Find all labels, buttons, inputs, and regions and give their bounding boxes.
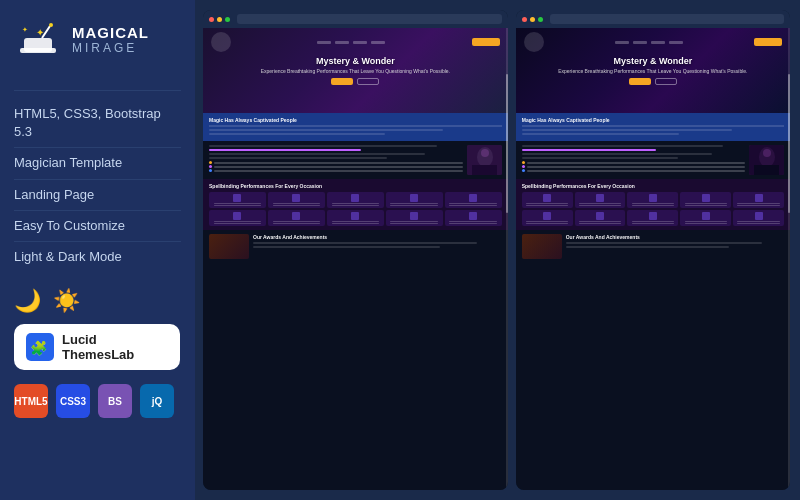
st2-line-20 <box>737 223 779 224</box>
text-line-2 <box>209 133 385 135</box>
svg-rect-10 <box>472 165 497 175</box>
service-icon-5 <box>469 194 477 202</box>
accent-line-2 <box>522 149 656 151</box>
st2-line-14 <box>579 223 621 224</box>
service-card-3 <box>327 192 384 208</box>
nav-link-6 <box>633 41 647 44</box>
ct-line-3 <box>209 157 387 159</box>
dark-mode-icon[interactable]: 🌙 <box>14 288 41 314</box>
nav-link-5 <box>615 41 629 44</box>
awards-title-1: Our Awards And Achievements <box>253 234 502 240</box>
st2-line-1 <box>526 203 568 204</box>
service-card-15 <box>733 192 784 208</box>
hero-section-2: Mystery & Wonder Experience Breathtaking… <box>516 28 790 113</box>
service-icon-7 <box>292 212 300 220</box>
section-line-1 <box>209 125 502 127</box>
dot-list-2 <box>522 161 745 172</box>
awards-section-2: Our Awards And Achievements <box>516 230 790 263</box>
svg-point-15 <box>763 149 771 157</box>
st-line-15 <box>332 221 380 222</box>
hero-buttons-1 <box>331 78 379 85</box>
jquery-badge: jQ <box>140 384 174 418</box>
service-card-17 <box>575 210 626 226</box>
blue-section-2: Magic Has Always Captivated People <box>516 113 790 141</box>
url-bar-2 <box>550 14 784 24</box>
service-icon-8 <box>351 212 359 220</box>
ct2-line-2 <box>522 153 712 155</box>
hero-secondary-btn-1 <box>357 78 379 85</box>
main-content: Mystery & Wonder Experience Breathtaking… <box>195 0 800 500</box>
st-line-8 <box>390 205 438 206</box>
service-icon-9 <box>410 212 418 220</box>
st-line-17 <box>390 221 438 222</box>
st-line-7 <box>390 203 438 204</box>
dot-3 <box>209 169 212 172</box>
service-card-4 <box>386 192 443 208</box>
minimize-dot-2 <box>530 17 535 22</box>
dot-list-1 <box>209 161 463 172</box>
service-card-14 <box>680 192 731 208</box>
dot-item-6 <box>522 169 745 172</box>
dot-text-3 <box>214 170 463 172</box>
hero-secondary-btn-2 <box>655 78 677 85</box>
sidebar-divider <box>14 90 181 91</box>
preview-nav-1 <box>203 32 508 52</box>
service-icon-12 <box>596 194 604 202</box>
preview-logo-1 <box>211 32 231 52</box>
tech-badges: HTML5 CSS3 BS jQ <box>14 384 174 418</box>
st2-line-13 <box>579 221 621 222</box>
light-mode-icon[interactable]: ☀️ <box>53 288 80 314</box>
close-dot-2 <box>522 17 527 22</box>
content-section-1 <box>203 141 508 179</box>
lucid-badge[interactable]: 🧩 Lucid ThemesLab <box>14 324 180 370</box>
service-icon-16 <box>543 212 551 220</box>
st-line-18 <box>390 223 438 224</box>
st-line-9 <box>449 203 497 204</box>
service-card-20 <box>733 210 784 226</box>
st-line-4 <box>273 205 321 206</box>
preview-nav-links-1 <box>317 41 385 44</box>
st-line-2 <box>214 205 262 206</box>
service-icon-19 <box>702 212 710 220</box>
content-section-2 <box>516 141 790 179</box>
st2-line-10 <box>737 205 779 206</box>
dot-text-4 <box>527 162 745 164</box>
nav-cta-btn-1 <box>472 38 500 46</box>
svg-rect-14 <box>754 165 779 175</box>
services-title-2: Spellbinding Performances For Every Occa… <box>522 183 784 189</box>
dot-item-2 <box>209 165 463 168</box>
dot-1 <box>209 161 212 164</box>
st2-line-19 <box>737 221 779 222</box>
service-card-7 <box>268 210 325 226</box>
site-preview-1: Mystery & Wonder Experience Breathtaking… <box>203 28 508 490</box>
nav-link-8 <box>669 41 683 44</box>
st-line-5 <box>332 203 380 204</box>
service-card-8 <box>327 210 384 226</box>
nav-link-3 <box>353 41 367 44</box>
hero-title-2: Mystery & Wonder <box>613 56 692 68</box>
service-card-16 <box>522 210 573 226</box>
ct-line-1 <box>209 145 437 147</box>
services-grid-1 <box>209 192 502 208</box>
dot-text-2 <box>214 166 463 168</box>
service-icon-13 <box>649 194 657 202</box>
service-card-6 <box>209 210 266 226</box>
st-line-12 <box>214 223 262 224</box>
magic-section-title-2: Magic Has Always Captivated People <box>522 117 784 123</box>
hero-section-1: Mystery & Wonder Experience Breathtaking… <box>203 28 508 113</box>
st2-line-4 <box>579 205 621 206</box>
hero-primary-btn-2 <box>629 78 651 85</box>
scrollbar-2 <box>788 28 790 490</box>
maximize-dot-2 <box>538 17 543 22</box>
service-card-2 <box>268 192 325 208</box>
ct2-line-1 <box>522 145 723 147</box>
hero-subtitle-1: Experience Breathtaking Performances Tha… <box>251 68 460 74</box>
preview-panel-2: Mystery & Wonder Experience Breathtaking… <box>516 10 790 490</box>
st-line-14 <box>273 223 321 224</box>
svg-point-11 <box>481 149 489 157</box>
accent-line-1 <box>209 149 361 151</box>
bootstrap-badge: BS <box>98 384 132 418</box>
service-card-11 <box>522 192 573 208</box>
st-line-1 <box>214 203 262 204</box>
dot-4 <box>522 161 525 164</box>
